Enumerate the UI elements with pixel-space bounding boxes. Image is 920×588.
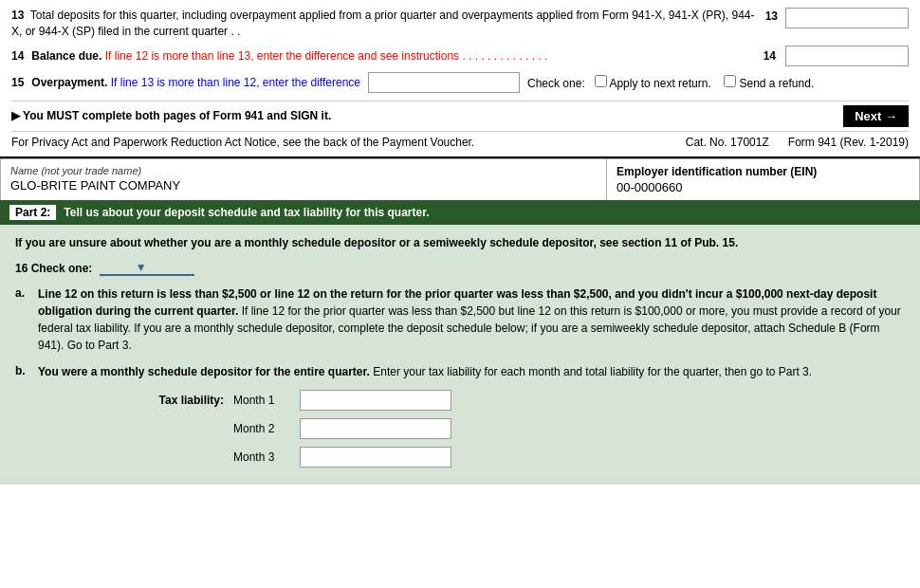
option-a: a. Line 12 on this return is less than $…: [15, 285, 905, 354]
option-b: b. You were a monthly schedule depositor…: [15, 363, 905, 380]
check-one-dropdown[interactable]: [100, 261, 194, 276]
part2-label: Part 2:: [9, 205, 56, 220]
tax-liability-label: Tax liability:: [138, 394, 224, 407]
line-15-row: 15 Overpayment. If line 13 is more than …: [11, 72, 909, 93]
month2-input[interactable]: [300, 418, 451, 439]
option-a-letter: a.: [15, 285, 30, 354]
part2-body: If you are unsure about whether you are …: [0, 225, 920, 485]
refund-checkbox[interactable]: [724, 75, 736, 87]
month3-label: Month 3: [233, 450, 290, 464]
month1-label: Month 1: [233, 394, 290, 407]
name-cell: Name (not your trade name) GLO-BRITE PAI…: [1, 159, 607, 200]
line-14-right: 14: [764, 46, 909, 66]
ein-label: Employer identification number (EIN): [616, 165, 910, 178]
option-b-bold: You were a monthly schedule depositor fo…: [38, 365, 370, 378]
line-13-right-num: 13: [765, 8, 778, 23]
tax-liability-section: Tax liability: Month 1 Month 2 Month 3: [138, 390, 905, 468]
ein-value: 00-0000660: [616, 180, 910, 194]
name-value: GLO-BRITE PAINT COMPANY: [10, 178, 597, 193]
refund-label: Send a refund.: [739, 77, 814, 90]
line-15-bold: Overpayment.: [31, 76, 107, 89]
month3-input[interactable]: [300, 447, 451, 468]
apply-checkbox[interactable]: [595, 75, 607, 87]
line-15-blue-text: If line 13 is more than line 12, enter t…: [111, 76, 360, 89]
part2-title: Tell us about your deposit schedule and …: [64, 206, 429, 219]
line-14-num: 14: [11, 49, 28, 63]
pub-notice: If you are unsure about whether you are …: [15, 234, 905, 251]
line-13-desc: 13 Total deposits for this quarter, incl…: [11, 8, 758, 40]
cat-no: Cat. No. 17001Z Form 941 (Rev. 1-2019): [686, 136, 909, 149]
option-b-letter: b.: [15, 363, 30, 380]
line-14-red-text: If line 12 is more than line 13, enter t…: [105, 49, 548, 63]
option-b-plain: Enter your tax liability for each month …: [373, 365, 812, 378]
line-13-text: Total deposits for this quarter, includi…: [11, 9, 755, 38]
tax-liability-row-2: Month 2: [138, 418, 905, 439]
tax-liability-row-1: Tax liability: Month 1: [138, 390, 905, 411]
name-ein-row: Name (not your trade name) GLO-BRITE PAI…: [0, 158, 920, 200]
tax-liability-row-3: Month 3: [138, 447, 905, 468]
next-button[interactable]: Next →: [843, 105, 909, 127]
must-sign-text: ▶ You MUST complete both pages of Form 9…: [11, 109, 331, 122]
line-15-num: 15: [11, 76, 28, 89]
month1-input[interactable]: [300, 390, 451, 411]
line-14-desc: Balance due. If line 12 is more than lin…: [31, 49, 763, 63]
lower-section: Name (not your trade name) GLO-BRITE PAI…: [0, 158, 920, 485]
line-14-input[interactable]: [785, 46, 909, 66]
check-one-label: Check one:: [527, 77, 585, 90]
line-13-row: 13 Total deposits for this quarter, incl…: [11, 8, 909, 40]
name-label: Name (not your trade name): [10, 165, 597, 176]
line-14-right-num: 14: [764, 49, 776, 63]
ein-cell: Employer identification number (EIN) 00-…: [607, 159, 919, 200]
check-one-label: 16 Check one:: [15, 262, 92, 275]
part2-header: Part 2: Tell us about your deposit sched…: [0, 200, 920, 225]
option-b-text: You were a monthly schedule depositor fo…: [38, 363, 905, 380]
month2-label: Month 2: [233, 422, 290, 435]
privacy-row: For Privacy Act and Paperwork Reduction …: [11, 131, 909, 153]
must-sign-row: ▶ You MUST complete both pages of Form 9…: [11, 101, 909, 131]
line-14-bold: Balance due.: [31, 49, 101, 63]
line-15-input[interactable]: [368, 72, 520, 93]
line-15-checkone: Check one: Apply to next return. Send a …: [527, 75, 814, 90]
privacy-text: For Privacy Act and Paperwork Reduction …: [11, 136, 474, 149]
apply-label: Apply to next return.: [609, 77, 710, 90]
check-one-row: 16 Check one:: [15, 261, 905, 276]
line-14-row: 14 Balance due. If line 12 is more than …: [11, 46, 909, 66]
line-13-input[interactable]: [785, 8, 909, 28]
line-15-desc: Overpayment. If line 13 is more than lin…: [31, 76, 360, 89]
top-section: 13 Total deposits for this quarter, incl…: [0, 0, 920, 158]
option-a-text: Line 12 on this return is less than $2,5…: [38, 285, 905, 354]
line-13-num: 13: [11, 8, 24, 22]
